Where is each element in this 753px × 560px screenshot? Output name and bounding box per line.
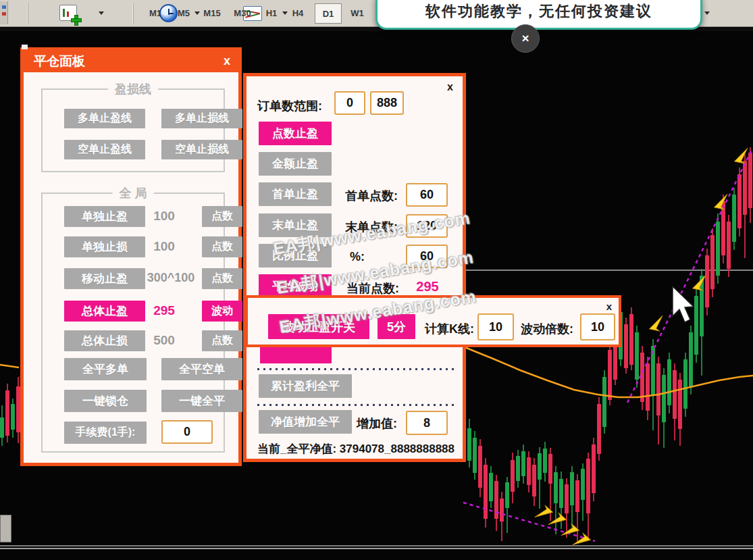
single-tp-button[interactable]: 单独止盈: [64, 206, 145, 227]
dashed-separator: [257, 404, 456, 406]
banner-close-button[interactable]: ×: [511, 24, 540, 53]
banner-text: 软件功能教学，无任何投资建议: [425, 1, 652, 22]
close-icon: ×: [521, 31, 529, 46]
commission-button[interactable]: 手续费(1手):: [64, 422, 147, 444]
group-title: 盈损线: [108, 81, 158, 97]
single-sl-mode-button[interactable]: 点数: [202, 236, 242, 257]
overall-tp-button[interactable]: 总体止盈: [64, 301, 145, 322]
panel-title: 平仓面板: [34, 53, 85, 70]
single-sl-value: 100: [144, 239, 184, 254]
one-key-close-all-button[interactable]: 一键全平: [161, 390, 242, 412]
order-range-from-input[interactable]: 0: [334, 91, 365, 115]
overall-sl-mode-button[interactable]: 点数: [202, 330, 242, 351]
overall-tp-value: 295: [144, 303, 184, 318]
overall-tp-mode-button[interactable]: 波动: [202, 301, 242, 322]
first-order-tp-button[interactable]: 首单止盈: [259, 182, 332, 206]
single-tp-value: 100: [144, 209, 184, 224]
increase-value-label: 增加值:: [357, 415, 397, 432]
volatility-multiplier-label: 波动倍数:: [521, 321, 573, 337]
first-order-points-input[interactable]: 60: [406, 183, 448, 207]
mouse-cursor: [671, 285, 699, 326]
order-range-to-input[interactable]: 888: [370, 91, 404, 115]
first-order-points-label: 首单点数:: [345, 188, 398, 204]
short-sl-line-button[interactable]: 空单止损线: [161, 140, 242, 159]
teaching-disclaimer-banner: 软件功能教学，无任何投资建议: [375, 0, 702, 30]
amount-tp-button[interactable]: 金额止盈: [259, 152, 332, 176]
overall-sl-button[interactable]: 总体止损: [64, 330, 145, 351]
global-group: 全 局 单独止盈 100 点数 单独止损 100 点数 移动止盈 300^100…: [41, 193, 225, 453]
one-key-lock-button[interactable]: 一键锁仓: [64, 390, 147, 412]
close-icon[interactable]: x: [224, 55, 230, 66]
single-tp-mode-button[interactable]: 点数: [202, 206, 242, 227]
points-tp-button[interactable]: 点数止盈: [259, 122, 332, 145]
close-position-panel: 平仓面板 x 盈损线 多单止盈线 多单止损线 空单止盈线 空单止损线 全 局 单…: [20, 47, 242, 466]
calc-kline-input[interactable]: 10: [477, 313, 514, 340]
cumulative-profit-close-button[interactable]: 累计盈利全平: [259, 374, 352, 398]
trailing-tp-button[interactable]: 移动止盈: [64, 268, 145, 289]
close-icon[interactable]: x: [447, 82, 453, 93]
close-icon[interactable]: x: [606, 301, 612, 312]
trailing-tp-mode-button[interactable]: 点数: [202, 268, 242, 289]
close-position-panel-header[interactable]: 平仓面板 x: [24, 51, 238, 72]
group-title: 全 局: [112, 185, 153, 201]
calc-kline-label: 计算K线:: [425, 321, 474, 337]
volatility-multiplier-input[interactable]: 10: [580, 313, 615, 340]
long-tp-line-button[interactable]: 多单止盈线: [64, 109, 145, 128]
long-sl-line-button[interactable]: 多单止损线: [161, 109, 242, 128]
overall-sl-value: 500: [144, 333, 184, 348]
equity-increase-close-button[interactable]: 净值增加全平: [259, 410, 352, 434]
close-all-long-button[interactable]: 全平多单: [64, 358, 147, 380]
commission-input[interactable]: 0: [161, 420, 213, 444]
application-window: M1 M5 M15 M30 H1 H4 D1 W1 软件功能教学，无任何投资建议…: [0, 0, 753, 560]
bottom-left-handle[interactable]: [0, 515, 11, 542]
increase-value-input[interactable]: 8: [406, 411, 448, 435]
bottom-divider-line: [0, 548, 753, 549]
percent-label: %:: [350, 250, 365, 264]
bottom-divider-line: [0, 545, 753, 546]
trailing-tp-value: 300^100: [141, 271, 201, 285]
dashed-separator: [257, 368, 456, 370]
panel-notch: [22, 45, 28, 49]
order-range-label: 订单数范围:: [257, 98, 322, 114]
single-sl-button[interactable]: 单独止损: [64, 236, 145, 257]
profit-loss-line-group: 盈损线 多单止盈线 多单止损线 空单止盈线 空单止损线: [41, 88, 225, 172]
current-equity-footer: 当前_全平净值: 3794078_8888888888: [257, 441, 455, 457]
close-all-short-button[interactable]: 全平空单: [161, 358, 242, 380]
short-tp-line-button[interactable]: 空单止盈线: [64, 140, 145, 159]
